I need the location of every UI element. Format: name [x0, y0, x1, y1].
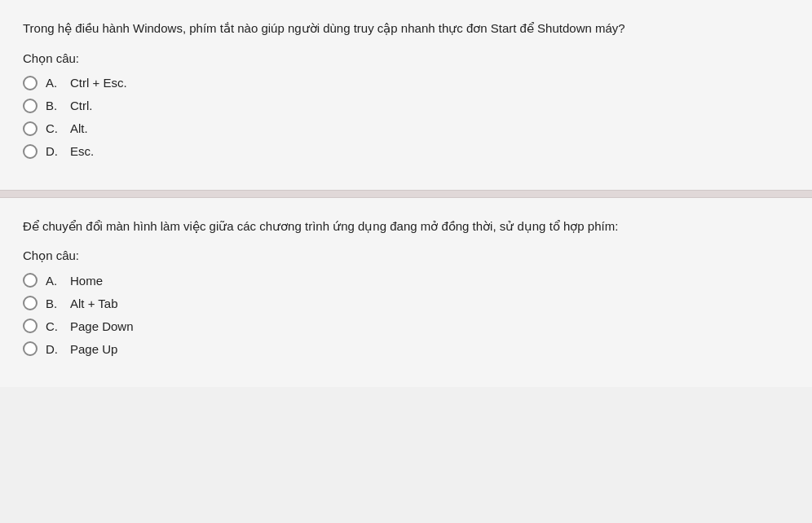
option-letter: A. — [46, 76, 62, 90]
option-text: Home — [70, 274, 103, 288]
option-text: Alt. — [70, 121, 88, 135]
list-item: A. Home — [23, 273, 789, 288]
option-text: Alt + Tab — [70, 297, 118, 310]
radio-option-2b[interactable] — [23, 296, 38, 310]
question-2-text: Để chuyển đổi màn hình làm việc giữa các… — [23, 218, 789, 236]
list-item: D. Page Up — [23, 341, 789, 356]
option-text: Page Up — [70, 342, 117, 356]
list-item: C. Alt. — [23, 121, 789, 136]
option-letter: D. — [46, 144, 62, 158]
question-1-choose-label: Chọn câu: — [23, 51, 789, 66]
option-letter: D. — [46, 342, 62, 356]
option-letter: B. — [46, 297, 62, 310]
list-item: D. Esc. — [23, 144, 789, 159]
option-text: Esc. — [70, 144, 94, 158]
question-2-options: A. Home B. Alt + Tab C. Page Down D. Pag… — [23, 273, 789, 356]
section-divider — [0, 190, 812, 198]
question-1-block: Trong hệ điều hành Windows, phím tắt nào… — [0, 0, 812, 190]
radio-option-1b[interactable] — [23, 99, 38, 113]
option-text: Ctrl + Esc. — [70, 76, 127, 90]
list-item: B. Alt + Tab — [23, 296, 789, 310]
question-2-block: Để chuyển đổi màn hình làm việc giữa các… — [0, 198, 812, 388]
option-letter: C. — [46, 319, 62, 333]
radio-option-2d[interactable] — [23, 341, 38, 356]
radio-option-1c[interactable] — [23, 121, 38, 136]
list-item: B. Ctrl. — [23, 99, 789, 113]
option-text: Ctrl. — [70, 99, 93, 112]
radio-option-1d[interactable] — [23, 144, 38, 159]
question-1-options: A. Ctrl + Esc. B. Ctrl. C. Alt. D. Esc. — [23, 76, 789, 159]
radio-option-2a[interactable] — [23, 273, 38, 288]
question-2-choose-label: Chọn câu: — [23, 248, 789, 263]
radio-option-2c[interactable] — [23, 319, 38, 333]
option-text: Page Down — [70, 319, 134, 333]
list-item: C. Page Down — [23, 319, 789, 333]
option-letter: A. — [46, 274, 62, 288]
option-letter: C. — [46, 121, 62, 135]
list-item: A. Ctrl + Esc. — [23, 76, 789, 90]
question-1-text: Trong hệ điều hành Windows, phím tắt nào… — [23, 20, 789, 38]
option-letter: B. — [46, 99, 62, 112]
radio-option-1a[interactable] — [23, 76, 38, 90]
